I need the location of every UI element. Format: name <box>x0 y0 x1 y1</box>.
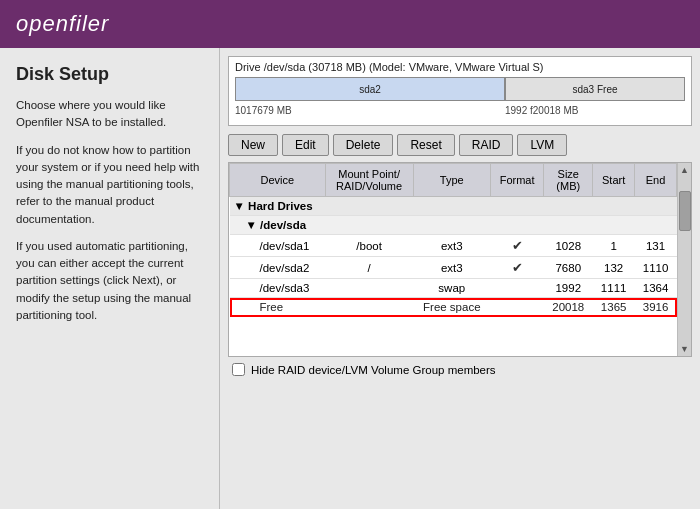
description-3: If you used automatic partitioning, you … <box>16 238 203 324</box>
scrollbar: ▲ ▼ <box>677 163 691 356</box>
cell-device: /dev/sda3 <box>230 279 326 298</box>
cell-start: 132 <box>593 257 635 279</box>
free-space-row[interactable]: Free Free space 20018 1365 3916 <box>230 298 677 317</box>
logo-text: openfiler <box>16 11 109 36</box>
col-size: Size(MB) <box>544 164 593 197</box>
col-type: Type <box>413 164 490 197</box>
subgroup-sda: ▼ /dev/sda <box>230 216 677 235</box>
cell-end: 131 <box>635 235 677 257</box>
cell-size: 1992 <box>544 279 593 298</box>
cell-type: ext3 <box>413 257 490 279</box>
cell-free-type: Free space <box>413 298 490 317</box>
col-start: Start <box>593 164 635 197</box>
col-mount: Mount Point/RAID/Volume <box>325 164 413 197</box>
col-format: Format <box>491 164 544 197</box>
toolbar: New Edit Delete Reset RAID LVM <box>228 134 692 156</box>
cell-mount: / <box>325 257 413 279</box>
cell-format: ✔ <box>491 257 544 279</box>
edit-button[interactable]: Edit <box>282 134 329 156</box>
cell-mount: /boot <box>325 235 413 257</box>
partition-table-container: Device Mount Point/RAID/Volume Type Form… <box>228 162 692 357</box>
delete-button[interactable]: Delete <box>333 134 394 156</box>
page-title: Disk Setup <box>16 64 203 85</box>
disk-header: Drive /dev/sda (30718 MB) (Model: VMware… <box>229 57 691 75</box>
cell-end: 1110 <box>635 257 677 279</box>
cell-free-format <box>491 298 544 317</box>
cell-free-mount <box>325 298 413 317</box>
cell-free-end: 3916 <box>635 298 677 317</box>
col-end: End <box>635 164 677 197</box>
col-device: Device <box>230 164 326 197</box>
cell-free-size: 20018 <box>544 298 593 317</box>
disk-labels: 1017679 MB 1992 f20018 MB <box>229 103 691 118</box>
scroll-down-arrow[interactable]: ▼ <box>678 342 691 356</box>
cell-type: swap <box>413 279 490 298</box>
disk-visual: Drive /dev/sda (30718 MB) (Model: VMware… <box>228 56 692 126</box>
cell-end: 1364 <box>635 279 677 298</box>
table-header-row: Device Mount Point/RAID/Volume Type Form… <box>230 164 677 197</box>
cell-mount <box>325 279 413 298</box>
disk-label-sda3-size: 1992 f20018 MB <box>505 105 685 116</box>
cell-size: 7680 <box>544 257 593 279</box>
checkmark-icon: ✔ <box>512 238 523 253</box>
lvm-button[interactable]: LVM <box>517 134 567 156</box>
description-2: If you do not know how to partition your… <box>16 142 203 228</box>
cell-format <box>491 279 544 298</box>
cell-free-device: Free <box>230 298 326 317</box>
table-row[interactable]: /dev/sda1 /boot ext3 ✔ 1028 1 131 <box>230 235 677 257</box>
raid-button[interactable]: RAID <box>459 134 514 156</box>
table-row[interactable]: /dev/sda2 / ext3 ✔ 7680 132 1110 <box>230 257 677 279</box>
subgroup-label: ▼ /dev/sda <box>230 216 677 235</box>
new-button[interactable]: New <box>228 134 278 156</box>
partition-table: Device Mount Point/RAID/Volume Type Form… <box>229 163 677 317</box>
group-hard-drives: ▼ Hard Drives <box>230 197 677 216</box>
cell-type: ext3 <box>413 235 490 257</box>
hide-raid-row: Hide RAID device/LVM Volume Group member… <box>228 361 692 378</box>
table-inner: Device Mount Point/RAID/Volume Type Form… <box>229 163 677 356</box>
cell-device: /dev/sda2 <box>230 257 326 279</box>
group-label: ▼ Hard Drives <box>230 197 677 216</box>
table-row[interactable]: /dev/sda3 swap 1992 1111 1364 <box>230 279 677 298</box>
cell-free-start: 1365 <box>593 298 635 317</box>
disk-part-sda3: sda3 Free <box>505 77 685 101</box>
cell-format: ✔ <box>491 235 544 257</box>
cell-device: /dev/sda1 <box>230 235 326 257</box>
cell-start: 1111 <box>593 279 635 298</box>
hide-raid-checkbox[interactable] <box>232 363 245 376</box>
logo: openfiler <box>16 11 109 37</box>
right-panel: Drive /dev/sda (30718 MB) (Model: VMware… <box>220 48 700 509</box>
cell-size: 1028 <box>544 235 593 257</box>
hide-raid-label: Hide RAID device/LVM Volume Group member… <box>251 364 496 376</box>
scroll-up-arrow[interactable]: ▲ <box>678 163 691 177</box>
main-layout: Disk Setup Choose where you would like O… <box>0 48 700 509</box>
disk-label-sda2-size: 1017679 MB <box>235 105 505 116</box>
description-1: Choose where you would like Openfiler NS… <box>16 97 203 132</box>
reset-button[interactable]: Reset <box>397 134 454 156</box>
header: openfiler <box>0 0 700 48</box>
checkmark-icon: ✔ <box>512 260 523 275</box>
disk-partitions: sda2 sda3 Free <box>229 75 691 103</box>
left-panel: Disk Setup Choose where you would like O… <box>0 48 220 509</box>
disk-part-sda2: sda2 <box>235 77 505 101</box>
scroll-thumb[interactable] <box>679 191 691 231</box>
cell-start: 1 <box>593 235 635 257</box>
